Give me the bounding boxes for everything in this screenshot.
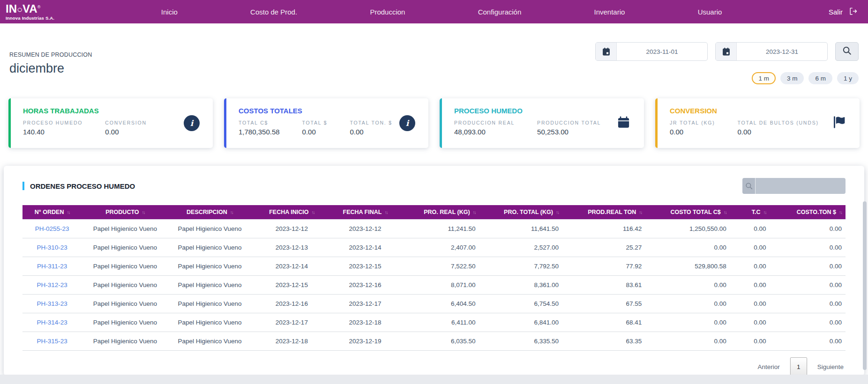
table-body: PH-0255-23Papel Higienico VuenoPapel Hig… bbox=[22, 220, 846, 351]
col-header-t-c[interactable]: T.C↑↓ bbox=[730, 205, 770, 220]
metric-total-ton: TOTAL TON. $0.00 bbox=[350, 120, 392, 136]
table-search-button[interactable] bbox=[742, 178, 756, 194]
nav-item-inventario[interactable]: Inventario bbox=[594, 8, 625, 16]
order-link[interactable]: PH-315-23 bbox=[37, 338, 67, 345]
col-header-pro-real-kg[interactable]: PRO. REAL (KG)↑↓ bbox=[397, 205, 479, 220]
metric-value: 0.00 bbox=[670, 128, 715, 136]
table-row: PH-311-23Papel Higienico VuenoPapel Higi… bbox=[22, 257, 846, 276]
col-header-n-orden[interactable]: N° ORDEN↑↓ bbox=[22, 205, 82, 220]
cell-costo-ton: 0.00 bbox=[770, 332, 846, 351]
order-link[interactable]: PH-312-23 bbox=[37, 281, 67, 288]
col-header-producto[interactable]: PRODUCTO↑↓ bbox=[82, 205, 168, 220]
cell-descripcion: Papel Higienico Vueno bbox=[169, 238, 251, 257]
logout-button[interactable]: Salir bbox=[829, 7, 858, 17]
cell-descripcion: Papel Higienico Vueno bbox=[169, 276, 251, 295]
col-header-fecha-inicio[interactable]: FECHA INICIO↑↓ bbox=[251, 205, 332, 220]
page: IN○VA® Innova Industrias S.A. InicioCost… bbox=[0, 0, 868, 375]
nav-item-costo-de-prod[interactable]: Costo de Prod. bbox=[250, 8, 297, 16]
cell-fecha-inicio: 2023-12-16 bbox=[251, 295, 332, 313]
orders-section-title: ORDENES PROCESO HUMEDO bbox=[22, 182, 135, 190]
col-header-fecha-final[interactable]: FECHA FINAL↑↓ bbox=[332, 205, 397, 220]
col-header-descripcion[interactable]: DESCRIPCION↑↓ bbox=[169, 205, 251, 220]
sort-icon: ↑↓ bbox=[312, 210, 314, 215]
metric-label: PRODUCCION REAL bbox=[454, 120, 515, 126]
order-link[interactable]: PH-310-23 bbox=[37, 244, 67, 251]
col-header-costo-ton[interactable]: COSTO.TON $↑↓ bbox=[770, 205, 846, 220]
metric-value: 1,780,350.58 bbox=[239, 128, 280, 136]
cell-producto: Papel Higienico Vueno bbox=[82, 220, 168, 238]
info-icon[interactable]: i bbox=[184, 115, 200, 131]
cell-n-orden: PH-0255-23 bbox=[22, 220, 82, 238]
cell-n-orden: PH-315-23 bbox=[22, 332, 82, 351]
date-from-field[interactable]: 2023-11-01 bbox=[595, 42, 708, 61]
metric-jr-total-kg: JR TOTAL (KG)0.00 bbox=[670, 120, 715, 136]
cell-pro-real-kg: 11,241.50 bbox=[397, 220, 479, 238]
metric-total: TOTAL $0.00 bbox=[302, 120, 328, 136]
pagination-next[interactable]: Siguiente bbox=[817, 363, 844, 370]
order-link[interactable]: PH-311-23 bbox=[37, 263, 67, 270]
nav-item-produccion[interactable]: Produccion bbox=[370, 8, 405, 16]
cell-producto: Papel Higienico Vueno bbox=[82, 332, 168, 351]
card-metrics: PROCESO HUMEDO140.40CONVERSION0.00 bbox=[23, 120, 201, 136]
col-header-costo-total-c[interactable]: COSTO TOTAL C$↑↓ bbox=[645, 205, 730, 220]
title-block: RESUMEN DE PRODUCCION diciembre bbox=[9, 52, 92, 84]
table-search-input[interactable] bbox=[756, 178, 846, 194]
calendar-icon[interactable] bbox=[596, 43, 617, 60]
cell-pro-real-kg: 6,411.00 bbox=[397, 313, 479, 332]
stat-card-conversion: CONVERSIONJR TOTAL (KG)0.00TOTAL DE BULT… bbox=[655, 98, 860, 148]
order-link[interactable]: PH-0255-23 bbox=[35, 225, 69, 232]
calendar-icon[interactable] bbox=[616, 115, 631, 132]
nav-item-usuario[interactable]: Usuario bbox=[698, 8, 722, 16]
cell-n-orden: PH-311-23 bbox=[22, 257, 82, 276]
pagination: Anterior 1 Siguiente bbox=[22, 357, 846, 375]
range-pill-1-y[interactable]: 1 y bbox=[837, 72, 859, 84]
order-link[interactable]: PH-314-23 bbox=[37, 319, 67, 326]
cell-producto: Papel Higienico Vueno bbox=[82, 313, 168, 332]
cell-fecha-inicio: 2023-12-17 bbox=[251, 313, 332, 332]
range-pill-3-m[interactable]: 3 m bbox=[780, 72, 804, 84]
date-from-value[interactable]: 2023-11-01 bbox=[617, 43, 707, 60]
metric-produccion-real: PRODUCCION REAL48,093.00 bbox=[454, 120, 515, 136]
col-header-pro-total-kg[interactable]: PRO. TOTAL (KG)↑↓ bbox=[479, 205, 562, 220]
cell-prod-real-ton: 68.41 bbox=[562, 313, 645, 332]
calendar-icon[interactable] bbox=[716, 43, 737, 60]
metric-value: 0.00 bbox=[738, 128, 819, 136]
title-accent-bar bbox=[22, 182, 24, 190]
section-head: ORDENES PROCESO HUMEDO bbox=[22, 178, 846, 194]
cell-costo-ton: 0.00 bbox=[770, 238, 846, 257]
date-search-button[interactable] bbox=[835, 42, 859, 61]
cell-costo-total-c: 0.00 bbox=[645, 313, 730, 332]
col-header-prod-real-ton[interactable]: PROD.REAL TON↑↓ bbox=[562, 205, 645, 220]
cell-costo-total-c: 0.00 bbox=[645, 295, 730, 313]
metric-total-de-bultos-unds: TOTAL DE BULTOS (UNDS)0.00 bbox=[738, 120, 819, 136]
pagination-page-1[interactable]: 1 bbox=[790, 357, 807, 375]
sort-icon: ↑↓ bbox=[230, 210, 233, 215]
table-row: PH-315-23Papel Higienico VuenoPapel Higi… bbox=[22, 332, 846, 351]
cell-prod-real-ton: 77.92 bbox=[562, 257, 645, 276]
registered-mark: ® bbox=[37, 5, 41, 9]
info-icon[interactable]: i bbox=[399, 115, 415, 131]
logout-label: Salir bbox=[829, 8, 843, 16]
metric-label: TOTAL C$ bbox=[239, 120, 280, 126]
date-to-field[interactable]: 2023-12-31 bbox=[715, 42, 828, 61]
order-link[interactable]: PH-313-23 bbox=[37, 300, 67, 307]
cell-fecha-final: 2023-12-17 bbox=[332, 295, 397, 313]
nav-item-configuraci-n[interactable]: Configuración bbox=[478, 8, 522, 16]
range-pill-6-m[interactable]: 6 m bbox=[808, 72, 832, 84]
brand-o-ring: ○ bbox=[17, 4, 22, 15]
date-to-value[interactable]: 2023-12-31 bbox=[737, 43, 827, 60]
metric-value: 48,093.00 bbox=[454, 128, 515, 136]
cell-pro-total-kg: 11,641.50 bbox=[479, 220, 562, 238]
range-pill-1-m[interactable]: 1 m bbox=[752, 72, 776, 84]
pagination-prev[interactable]: Anterior bbox=[757, 363, 779, 370]
metric-proceso-humedo: PROCESO HUMEDO140.40 bbox=[23, 120, 82, 136]
scrollbar-thumb[interactable] bbox=[863, 201, 867, 370]
brand-logo[interactable]: IN○VA® Innova Industrias S.A. bbox=[6, 3, 54, 21]
cell-n-orden: PH-310-23 bbox=[22, 238, 82, 257]
metric-label: PRODUCCION TOTAL bbox=[537, 120, 601, 126]
cell-t-c: 0.00 bbox=[730, 276, 770, 295]
cell-pro-total-kg: 8,361.00 bbox=[479, 276, 562, 295]
flag-icon[interactable] bbox=[832, 115, 846, 132]
nav-item-inicio[interactable]: Inicio bbox=[161, 8, 178, 16]
sort-icon: ↑↓ bbox=[556, 210, 559, 215]
